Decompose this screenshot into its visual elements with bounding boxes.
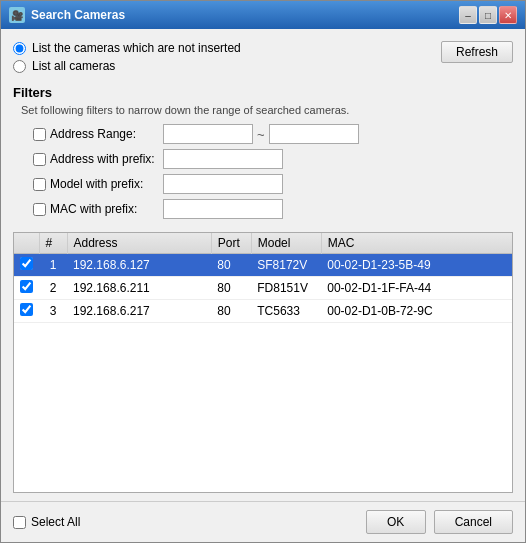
radio-option2-input[interactable] [13,60,26,73]
title-bar-controls: – □ ✕ [459,6,517,24]
address-range-end[interactable] [269,124,359,144]
row-address: 192.168.6.217 [67,300,211,323]
close-button[interactable]: ✕ [499,6,517,24]
window-title: Search Cameras [31,8,125,22]
radio-option1-label: List the cameras which are not inserted [32,41,241,55]
row-mac: 00-02-D1-1F-FA-44 [321,277,512,300]
select-all-label[interactable]: Select All [13,515,80,529]
filter-address-range: Address Range: ~ [33,124,513,144]
row-checkbox-cell[interactable] [14,277,39,300]
mac-prefix-input[interactable] [163,199,283,219]
filter-address-range-label[interactable]: Address Range: [33,127,163,141]
row-address: 192.168.6.211 [67,277,211,300]
row-checkbox-cell[interactable] [14,254,39,277]
row-checkbox-2[interactable] [20,303,33,316]
title-bar: 🎥 Search Cameras – □ ✕ [1,1,525,29]
ok-button[interactable]: OK [366,510,426,534]
radio-option1[interactable]: List the cameras which are not inserted [13,41,241,55]
bottom-bar: Select All OK Cancel [1,501,525,542]
col-num: # [39,233,67,254]
title-bar-left: 🎥 Search Cameras [9,7,125,23]
row-checkbox-1[interactable] [20,280,33,293]
row-address: 192.168.6.127 [67,254,211,277]
address-prefix-input[interactable] [163,149,283,169]
minimize-button[interactable]: – [459,6,477,24]
range-inputs: ~ [163,124,359,144]
filters-title: Filters [13,85,513,100]
filter-model-prefix-label[interactable]: Model with prefix: [33,177,163,191]
filter-address-prefix-checkbox[interactable] [33,153,46,166]
select-all-checkbox[interactable] [13,516,26,529]
row-mac: 00-02-D1-0B-72-9C [321,300,512,323]
refresh-button[interactable]: Refresh [441,41,513,63]
row-port: 80 [211,277,251,300]
table-row[interactable]: 3 192.168.6.217 80 TC5633 00-02-D1-0B-72… [14,300,512,323]
top-row: List the cameras which are not inserted … [13,41,513,81]
filters-section: Filters Set following filters to narrow … [13,81,513,224]
address-range-start[interactable] [163,124,253,144]
row-model: FD8151V [251,277,321,300]
radio-group: List the cameras which are not inserted … [13,41,241,73]
select-all-text: Select All [31,515,80,529]
row-model: SF8172V [251,254,321,277]
col-mac: MAC [321,233,512,254]
filter-mac-prefix-label[interactable]: MAC with prefix: [33,202,163,216]
cancel-button[interactable]: Cancel [434,510,513,534]
filter-address-prefix: Address with prefix: [33,149,513,169]
row-num: 1 [39,254,67,277]
row-checkbox-cell[interactable] [14,300,39,323]
row-port: 80 [211,254,251,277]
radio-option1-input[interactable] [13,42,26,55]
row-num: 3 [39,300,67,323]
filter-address-range-checkbox[interactable] [33,128,46,141]
row-port: 80 [211,300,251,323]
filters-description: Set following filters to narrow down the… [21,104,513,116]
window-icon: 🎥 [9,7,25,23]
table-row[interactable]: 1 192.168.6.127 80 SF8172V 00-02-D1-23-5… [14,254,512,277]
col-model: Model [251,233,321,254]
radio-option2[interactable]: List all cameras [13,59,241,73]
range-tilde: ~ [257,127,265,142]
row-checkbox-0[interactable] [20,257,33,270]
row-num: 2 [39,277,67,300]
maximize-button[interactable]: □ [479,6,497,24]
filter-model-prefix: Model with prefix: [33,174,513,194]
bottom-buttons: OK Cancel [366,510,513,534]
filter-address-prefix-label[interactable]: Address with prefix: [33,152,163,166]
main-window: 🎥 Search Cameras – □ ✕ List the cameras … [0,0,526,543]
camera-table: # Address Port Model MAC 1 192.168.6.127… [14,233,512,323]
col-checkbox [14,233,39,254]
radio-option2-label: List all cameras [32,59,115,73]
filter-model-prefix-checkbox[interactable] [33,178,46,191]
col-port: Port [211,233,251,254]
row-model: TC5633 [251,300,321,323]
table-header-row: # Address Port Model MAC [14,233,512,254]
filter-mac-prefix-checkbox[interactable] [33,203,46,216]
content-area: List the cameras which are not inserted … [1,29,525,501]
filter-mac-prefix: MAC with prefix: [33,199,513,219]
model-prefix-input[interactable] [163,174,283,194]
row-mac: 00-02-D1-23-5B-49 [321,254,512,277]
table-row[interactable]: 2 192.168.6.211 80 FD8151V 00-02-D1-1F-F… [14,277,512,300]
col-address: Address [67,233,211,254]
camera-table-container[interactable]: # Address Port Model MAC 1 192.168.6.127… [13,232,513,493]
